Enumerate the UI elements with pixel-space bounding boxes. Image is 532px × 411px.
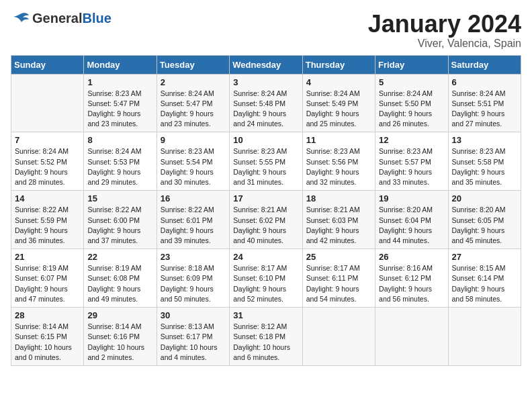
sunrise-text: Sunrise: 8:19 AM: [15, 263, 80, 273]
day-number: 24: [233, 252, 298, 262]
logo-general: General: [32, 11, 82, 26]
sunset-text: Sunset: 6:04 PM: [379, 216, 444, 226]
weekday-header-saturday: Saturday: [448, 55, 521, 74]
calendar-cell: 7Sunrise: 8:24 AMSunset: 5:52 PMDaylight…: [11, 132, 84, 191]
sunset-text: Sunset: 6:03 PM: [306, 216, 371, 226]
calendar-week-row: 21Sunrise: 8:19 AMSunset: 6:07 PMDayligh…: [11, 249, 521, 308]
calendar-cell: 19Sunrise: 8:20 AMSunset: 6:04 PMDayligh…: [375, 191, 448, 249]
daylight-text: Daylight: 9 hours and 49 minutes.: [87, 284, 152, 304]
daylight-text: Daylight: 9 hours and 23 minutes.: [161, 109, 226, 129]
calendar-cell: [448, 308, 521, 366]
daylight-text: Daylight: 9 hours and 44 minutes.: [379, 226, 444, 246]
sunset-text: Sunset: 6:08 PM: [87, 273, 152, 283]
day-number: 6: [452, 77, 517, 87]
daylight-text: Daylight: 9 hours and 23 minutes.: [87, 109, 152, 129]
day-info: Sunrise: 8:14 AMSunset: 6:15 PMDaylight:…: [15, 322, 80, 363]
sunrise-text: Sunrise: 8:21 AM: [233, 205, 298, 215]
calendar-cell: 24Sunrise: 8:17 AMSunset: 6:10 PMDayligh…: [230, 249, 302, 308]
calendar-cell: 10Sunrise: 8:23 AMSunset: 5:55 PMDayligh…: [230, 132, 302, 191]
sunset-text: Sunset: 6:16 PM: [87, 332, 152, 342]
sunset-text: Sunset: 5:49 PM: [306, 99, 371, 109]
sunrise-text: Sunrise: 8:17 AM: [306, 263, 371, 273]
day-number: 9: [161, 135, 226, 145]
day-number: 8: [87, 135, 152, 145]
daylight-text: Daylight: 9 hours and 24 minutes.: [233, 109, 298, 129]
calendar-cell: 11Sunrise: 8:23 AMSunset: 5:56 PMDayligh…: [302, 132, 375, 191]
sunrise-text: Sunrise: 8:23 AM: [306, 146, 371, 156]
day-info: Sunrise: 8:23 AMSunset: 5:54 PMDaylight:…: [161, 146, 226, 187]
sunset-text: Sunset: 6:14 PM: [452, 273, 517, 283]
day-info: Sunrise: 8:20 AMSunset: 6:04 PMDaylight:…: [379, 205, 444, 246]
weekday-header-friday: Friday: [375, 55, 448, 74]
sunrise-text: Sunrise: 8:16 AM: [379, 263, 444, 273]
day-number: 30: [161, 310, 226, 320]
sunset-text: Sunset: 6:00 PM: [87, 216, 152, 226]
daylight-text: Daylight: 9 hours and 28 minutes.: [15, 167, 80, 187]
daylight-text: Daylight: 10 hours and 4 minutes.: [161, 342, 226, 363]
sunrise-text: Sunrise: 8:21 AM: [306, 205, 371, 215]
day-number: 4: [306, 77, 371, 87]
sunset-text: Sunset: 6:15 PM: [15, 332, 80, 342]
calendar-cell: 21Sunrise: 8:19 AMSunset: 6:07 PMDayligh…: [11, 249, 84, 308]
day-number: 10: [233, 135, 298, 145]
sunset-text: Sunset: 5:53 PM: [87, 157, 152, 167]
daylight-text: Daylight: 10 hours and 2 minutes.: [87, 342, 152, 363]
calendar-cell: 20Sunrise: 8:20 AMSunset: 6:05 PMDayligh…: [448, 191, 521, 249]
page-header: GeneralBlue January 2024 Viver, Valencia…: [11, 11, 521, 50]
sunrise-text: Sunrise: 8:17 AM: [233, 263, 298, 273]
day-info: Sunrise: 8:23 AMSunset: 5:57 PMDaylight:…: [379, 146, 444, 187]
daylight-text: Daylight: 9 hours and 58 minutes.: [452, 284, 517, 304]
sunrise-text: Sunrise: 8:24 AM: [452, 89, 517, 99]
weekday-header-sunday: Sunday: [11, 55, 84, 74]
sunset-text: Sunset: 6:07 PM: [15, 273, 80, 283]
sunrise-text: Sunrise: 8:23 AM: [379, 146, 444, 156]
calendar-cell: 30Sunrise: 8:13 AMSunset: 6:17 PMDayligh…: [157, 308, 229, 366]
sunset-text: Sunset: 5:57 PM: [379, 157, 444, 167]
sunrise-text: Sunrise: 8:20 AM: [379, 205, 444, 215]
day-info: Sunrise: 8:13 AMSunset: 6:17 PMDaylight:…: [161, 322, 226, 363]
calendar-cell: 16Sunrise: 8:22 AMSunset: 6:01 PMDayligh…: [157, 191, 229, 249]
day-info: Sunrise: 8:22 AMSunset: 6:00 PMDaylight:…: [87, 205, 152, 246]
daylight-text: Daylight: 9 hours and 45 minutes.: [452, 226, 517, 246]
daylight-text: Daylight: 9 hours and 56 minutes.: [379, 284, 444, 304]
sunset-text: Sunset: 5:59 PM: [15, 216, 80, 226]
calendar-cell: 22Sunrise: 8:19 AMSunset: 6:08 PMDayligh…: [84, 249, 157, 308]
daylight-text: Daylight: 9 hours and 36 minutes.: [15, 226, 80, 246]
calendar-cell: 13Sunrise: 8:23 AMSunset: 5:58 PMDayligh…: [448, 132, 521, 191]
sunset-text: Sunset: 5:50 PM: [379, 99, 444, 109]
day-number: 31: [233, 310, 298, 320]
sunset-text: Sunset: 5:56 PM: [306, 157, 371, 167]
sunrise-text: Sunrise: 8:22 AM: [161, 205, 226, 215]
day-info: Sunrise: 8:24 AMSunset: 5:52 PMDaylight:…: [15, 146, 80, 187]
daylight-text: Daylight: 9 hours and 30 minutes.: [161, 167, 226, 187]
sunset-text: Sunset: 6:11 PM: [306, 273, 371, 283]
day-info: Sunrise: 8:24 AMSunset: 5:51 PMDaylight:…: [452, 89, 517, 130]
day-number: 7: [15, 135, 80, 145]
sunrise-text: Sunrise: 8:19 AM: [87, 263, 152, 273]
day-info: Sunrise: 8:17 AMSunset: 6:10 PMDaylight:…: [233, 263, 298, 304]
day-info: Sunrise: 8:16 AMSunset: 6:12 PMDaylight:…: [379, 263, 444, 304]
day-number: 12: [379, 135, 444, 145]
sunset-text: Sunset: 5:48 PM: [233, 99, 298, 109]
daylight-text: Daylight: 9 hours and 40 minutes.: [233, 226, 298, 246]
title-block: January 2024 Viver, Valencia, Spain: [368, 11, 521, 50]
day-number: 2: [161, 77, 226, 87]
daylight-text: Daylight: 9 hours and 54 minutes.: [306, 284, 371, 304]
sunrise-text: Sunrise: 8:23 AM: [87, 89, 152, 99]
sunrise-text: Sunrise: 8:24 AM: [161, 89, 226, 99]
day-info: Sunrise: 8:17 AMSunset: 6:11 PMDaylight:…: [306, 263, 371, 304]
sunset-text: Sunset: 5:47 PM: [161, 99, 226, 109]
sunset-text: Sunset: 5:52 PM: [15, 157, 80, 167]
daylight-text: Daylight: 9 hours and 50 minutes.: [161, 284, 226, 304]
day-number: 3: [233, 77, 298, 87]
day-number: 20: [452, 193, 517, 203]
sunset-text: Sunset: 6:12 PM: [379, 273, 444, 283]
day-number: 1: [87, 77, 152, 87]
daylight-text: Daylight: 9 hours and 26 minutes.: [379, 109, 444, 129]
month-title: January 2024: [368, 11, 521, 38]
sunset-text: Sunset: 6:09 PM: [161, 273, 226, 283]
weekday-header-wednesday: Wednesday: [230, 55, 302, 74]
calendar-cell: [11, 74, 84, 132]
calendar-cell: 5Sunrise: 8:24 AMSunset: 5:50 PMDaylight…: [375, 74, 448, 132]
day-info: Sunrise: 8:21 AMSunset: 6:03 PMDaylight:…: [306, 205, 371, 246]
